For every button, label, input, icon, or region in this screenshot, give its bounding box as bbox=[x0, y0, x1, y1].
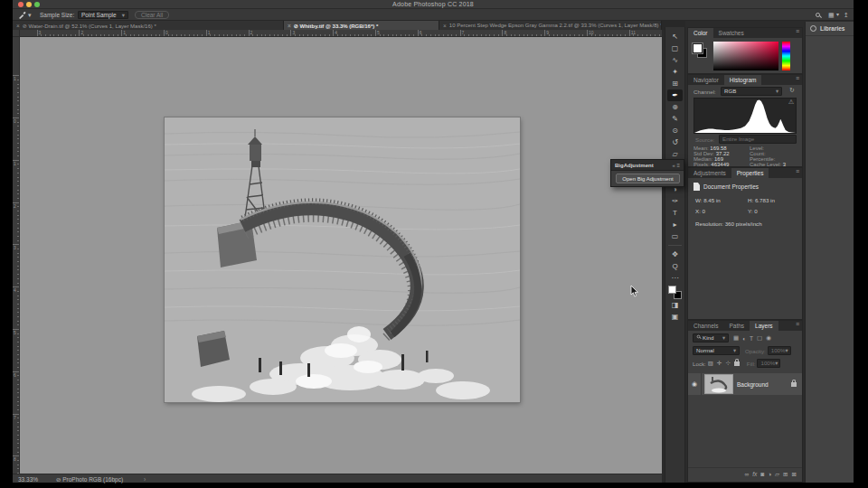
tab-adjustments[interactable]: Adjustments bbox=[688, 168, 731, 178]
layer-mask-icon[interactable]: ◙ bbox=[760, 471, 764, 477]
panel-menu-icon[interactable]: ≡ bbox=[796, 75, 802, 85]
ruler-origin-corner[interactable] bbox=[13, 30, 20, 37]
panel-menu-icon[interactable]: ≡ bbox=[796, 168, 802, 178]
panel-menu-icon[interactable]: ≡ bbox=[676, 163, 680, 168]
source-dropdown[interactable]: Entire Image bbox=[719, 135, 797, 144]
document-properties-header: Document Properties bbox=[703, 183, 759, 190]
toolbar: ↖▢∿✦⊞✒⊕✎⊙↺▱▥◗◑✑T▸▭✥Q⋯◨▣ bbox=[665, 27, 685, 483]
layer-filter-kind-dropdown[interactable]: Kind▾ bbox=[693, 333, 729, 343]
lock-all-icon[interactable] bbox=[734, 361, 740, 366]
quick-mask-button[interactable]: ◨ bbox=[667, 299, 683, 311]
move-tool[interactable]: ↖ bbox=[667, 31, 683, 42]
panel-menu-icon[interactable]: ≡ bbox=[796, 28, 802, 38]
hue-slider[interactable] bbox=[782, 42, 790, 70]
libraries-collapsed-panel[interactable]: Libraries bbox=[805, 22, 854, 483]
link-layers-icon[interactable]: ∞ bbox=[745, 471, 750, 477]
filter-type-layers-icon[interactable]: T bbox=[750, 335, 753, 342]
eyedropper-tool[interactable]: ✒ bbox=[667, 89, 683, 101]
tab-color[interactable]: Color bbox=[688, 28, 713, 38]
workspace-switcher-icon[interactable]: ▦ bbox=[828, 12, 835, 18]
path-selection-tool[interactable]: ▸ bbox=[667, 219, 683, 230]
tab-navigator[interactable]: Navigator bbox=[688, 75, 724, 85]
tab-step-wedge[interactable]: × 10 Percent Step Wedge Epson Gray Gamma… bbox=[439, 21, 662, 30]
foreground-color-swatch[interactable] bbox=[693, 43, 703, 53]
canvas-pasteboard[interactable] bbox=[20, 37, 662, 474]
layer-style-icon[interactable]: fx bbox=[752, 471, 757, 477]
pen-tool[interactable]: ✑ bbox=[667, 195, 683, 207]
tab-layers[interactable]: Layers bbox=[750, 321, 778, 331]
tab-channels[interactable]: Channels bbox=[688, 321, 723, 331]
channel-label: Channel: bbox=[693, 89, 716, 95]
layer-visibility-eye-icon[interactable]: ◉ bbox=[688, 373, 702, 395]
filter-smart-objects-icon[interactable]: ◉ bbox=[766, 334, 771, 342]
tab-properties[interactable]: Properties bbox=[731, 168, 769, 178]
tab-swatches[interactable]: Swatches bbox=[713, 28, 750, 38]
fill-field[interactable]: 100%▾ bbox=[757, 359, 780, 368]
lock-label: Lock: bbox=[693, 361, 706, 367]
panel-menu-icon[interactable]: ≡ bbox=[796, 321, 802, 331]
shape-tool[interactable]: ▭ bbox=[667, 230, 683, 242]
healing-brush-tool[interactable]: ⊕ bbox=[667, 101, 683, 113]
filter-shape-layers-icon[interactable]: ▢ bbox=[757, 334, 762, 342]
height-field: H: 6.783 in bbox=[748, 197, 775, 203]
layer-row-background[interactable]: ◉ Background bbox=[688, 373, 802, 395]
filter-adjustment-layers-icon[interactable]: ◐ bbox=[742, 335, 746, 342]
foreground-background-swatches[interactable] bbox=[693, 43, 711, 61]
edit-toolbar-button[interactable]: ⋯ bbox=[667, 272, 683, 284]
delete-layer-icon[interactable]: ⊠ bbox=[792, 471, 797, 478]
workspace-caret-icon[interactable]: ▾ bbox=[836, 12, 839, 18]
eyedropper-tool-preset-icon[interactable] bbox=[18, 11, 26, 19]
big-adjustment-panel-header[interactable]: BigAdjustment « ≡ bbox=[611, 160, 684, 171]
lock-position-icon[interactable]: ✛ bbox=[717, 360, 722, 367]
open-big-adjustment-button[interactable]: Open Big Adjustment bbox=[616, 174, 680, 183]
filter-search-icon bbox=[697, 335, 701, 339]
layer-thumbnail[interactable] bbox=[705, 375, 732, 393]
blend-mode-dropdown[interactable]: Normal▾ bbox=[693, 346, 740, 355]
history-brush-tool[interactable]: ↺ bbox=[667, 136, 683, 148]
type-tool[interactable]: T bbox=[667, 207, 683, 219]
screen-mode-button[interactable]: ▣ bbox=[667, 311, 683, 323]
status-options-chevron-icon[interactable]: › bbox=[144, 476, 146, 483]
refresh-histogram-icon[interactable]: ↻ bbox=[789, 87, 795, 94]
tab-whitby[interactable]: × ⊘ Whitby.tif @ 33.3% (RGB/16*) * bbox=[284, 21, 439, 30]
sample-size-dropdown[interactable]: Point Sample▾ bbox=[78, 11, 128, 19]
collapse-panel-icon[interactable]: « bbox=[672, 163, 675, 168]
close-tab-icon[interactable]: × bbox=[443, 23, 447, 29]
hand-tool[interactable]: ✥ bbox=[667, 249, 683, 260]
zoom-tool[interactable]: Q bbox=[667, 260, 683, 272]
tab-histogram[interactable]: Histogram bbox=[724, 75, 762, 85]
color-swatches[interactable] bbox=[668, 286, 682, 299]
quick-selection-tool[interactable]: ✦ bbox=[667, 66, 683, 78]
adjustment-layer-icon[interactable]: ◑ bbox=[768, 471, 771, 477]
tab-water-drain[interactable]: × ⊘ Water-Drain.tif @ 52.1% (Curves 1, L… bbox=[13, 21, 284, 30]
lock-transparency-icon[interactable]: ▨ bbox=[708, 360, 713, 367]
search-icon[interactable] bbox=[816, 12, 820, 18]
new-layer-icon[interactable]: ⊞ bbox=[783, 471, 788, 478]
close-tab-icon[interactable]: × bbox=[16, 23, 20, 29]
status-bar: 33.33% ⊘ ProPhoto RGB (16bpc) › bbox=[13, 474, 662, 483]
lasso-tool[interactable]: ∿ bbox=[667, 54, 683, 66]
zoom-level-field[interactable]: 33.33% bbox=[18, 476, 38, 483]
document-image[interactable] bbox=[165, 117, 520, 402]
tool-preset-caret-icon[interactable]: ▾ bbox=[28, 12, 32, 18]
big-adjustment-panel: BigAdjustment « ≡ Open Big Adjustment bbox=[610, 159, 684, 187]
layer-group-icon[interactable]: ▱ bbox=[775, 471, 779, 478]
clone-stamp-tool[interactable]: ⊙ bbox=[667, 125, 683, 136]
clear-all-button[interactable]: Clear All bbox=[135, 11, 169, 19]
toolbar-foreground-swatch[interactable] bbox=[668, 286, 676, 294]
channel-dropdown[interactable]: RGB▾ bbox=[721, 87, 782, 96]
marquee-tool[interactable]: ▢ bbox=[667, 42, 683, 54]
color-saturation-field[interactable] bbox=[713, 42, 778, 70]
uncached-data-warning-icon[interactable]: ⚠ bbox=[788, 99, 794, 106]
opacity-field[interactable]: 100%▾ bbox=[768, 346, 791, 355]
crop-tool[interactable]: ⊞ bbox=[667, 78, 683, 89]
filter-pixel-layers-icon[interactable]: ▦ bbox=[733, 334, 739, 342]
lock-artboard-icon[interactable]: ⊹ bbox=[725, 360, 730, 367]
brush-tool[interactable]: ✎ bbox=[667, 113, 683, 125]
document-profile-text: ⊘ ProPhoto RGB (16bpc) bbox=[56, 476, 123, 483]
tab-paths[interactable]: Paths bbox=[723, 321, 750, 331]
vertical-ruler[interactable]: 1012345678 bbox=[13, 37, 20, 474]
horizontal-ruler[interactable]: 32101234567891011 bbox=[20, 30, 662, 37]
share-icon[interactable]: ↥ bbox=[844, 12, 849, 18]
close-tab-icon[interactable]: × bbox=[288, 23, 291, 29]
